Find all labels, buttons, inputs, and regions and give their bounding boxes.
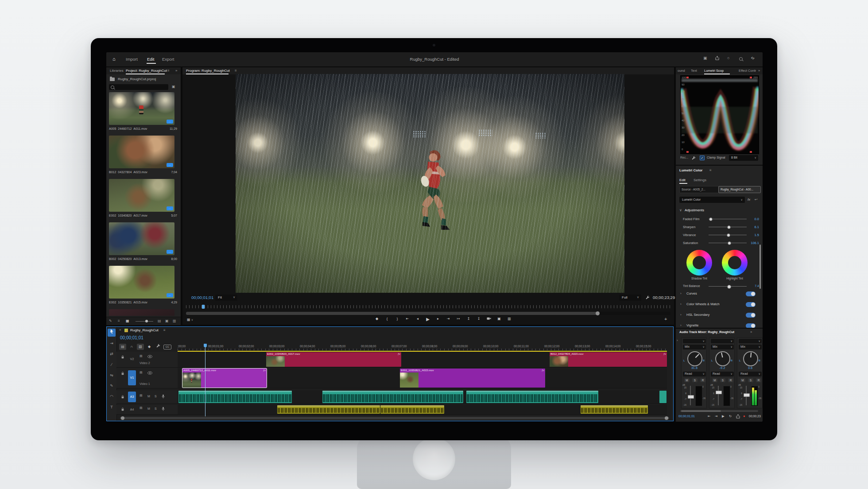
timeline-clip[interactable]: E002_10340820_A017.movƒx	[266, 352, 401, 367]
poster-frame-icon[interactable]: ▦ ∨	[187, 318, 193, 322]
track-target-badge[interactable]: A4	[128, 406, 136, 413]
new-bin-icon[interactable]: ▣	[165, 319, 169, 323]
tab-project[interactable]: Project: Rugby_RoughCut	[126, 69, 167, 73]
program-timecode[interactable]: 00;00;01;01	[191, 295, 213, 300]
add-marker-icon[interactable]: ◆	[373, 317, 381, 321]
tab-ound[interactable]: ound	[678, 69, 685, 73]
track-header-a4[interactable]: A4▤MS	[116, 405, 178, 415]
clip-thumbnail[interactable]: …	[109, 266, 174, 299]
msr-button-m[interactable]: M	[684, 378, 690, 382]
clip-options-badge[interactable]: …	[167, 293, 173, 297]
waveform-scope[interactable]: 1009080706050403020100255	[680, 75, 759, 154]
mix-select[interactable]: Mix∨	[711, 345, 734, 349]
timeline-clip[interactable]: B012_04327804_A023.movƒx	[550, 352, 667, 367]
section-toggle[interactable]	[746, 302, 756, 307]
lock-icon[interactable]	[121, 395, 124, 400]
lumetri-menu-icon[interactable]: ≡	[709, 168, 712, 172]
slider-knob[interactable]	[728, 241, 731, 245]
mic-icon[interactable]	[162, 394, 165, 400]
tint-balance-knob[interactable]	[727, 285, 731, 289]
list-view-icon[interactable]: ≡	[118, 319, 120, 323]
scrollbar-handle-right[interactable]	[665, 416, 668, 420]
scrollbar-handle-left[interactable]	[121, 416, 124, 420]
pan-value[interactable]: -9.2	[709, 366, 735, 370]
msr-button-m[interactable]: M	[712, 378, 717, 382]
timeline-clip[interactable]: E002_10350821_A015.movƒx	[400, 369, 545, 388]
mixer-scrollbar[interactable]	[680, 410, 758, 412]
io-select[interactable]: ∨	[711, 339, 734, 343]
program-scrollbar-thumb[interactable]	[186, 312, 598, 315]
automation-select[interactable]: Read∨	[683, 372, 706, 376]
play-icon[interactable]: ▶	[424, 317, 432, 322]
solo-button[interactable]: S	[155, 407, 157, 410]
scope-handle[interactable]	[750, 77, 752, 78]
track-content-v2[interactable]: E002_10340820_A017.movƒxB012_04327804_A0…	[178, 352, 667, 368]
export-icon[interactable]	[736, 414, 740, 419]
pan-knob[interactable]	[743, 351, 758, 366]
clip-thumbnail[interactable]: …	[109, 92, 174, 125]
mark-in-icon[interactable]: {	[383, 317, 391, 321]
source-patch-icon[interactable]: ▤	[140, 371, 143, 374]
track-content-a4[interactable]	[178, 405, 667, 415]
lock-icon[interactable]	[121, 372, 124, 376]
msr-button-m[interactable]: M	[740, 378, 745, 382]
timeline-tab[interactable]: Rugby_RoughCut	[130, 328, 159, 332]
source-clip-button[interactable]: Source - A005_2...	[679, 186, 719, 193]
timeline-clip[interactable]	[466, 391, 598, 403]
edit-pencil-icon[interactable]: ✎	[109, 319, 112, 323]
mute-button[interactable]: M	[147, 407, 150, 410]
timeline-clip[interactable]	[277, 405, 380, 414]
search-input[interactable]	[115, 85, 168, 90]
io-select[interactable]: ∨	[683, 339, 706, 343]
thumb-zoom-slider[interactable]	[136, 321, 153, 322]
playhead-head[interactable]	[204, 344, 207, 347]
step-back-icon[interactable]: ◂	[414, 317, 422, 321]
track-header-v2[interactable]: V2▤Video 2	[116, 352, 178, 368]
fullscreen-icon[interactable]: ⇄	[750, 55, 756, 61]
slider-value[interactable]: 0.0	[746, 217, 759, 221]
section-hsl-secondary[interactable]: HSL Secondary	[686, 313, 709, 317]
timeline-menu-icon[interactable]: ≡	[163, 328, 166, 332]
section-chevron-icon[interactable]: ›	[680, 313, 682, 317]
scope-handle[interactable]	[686, 77, 689, 78]
lift-icon[interactable]: ↥	[465, 317, 473, 321]
section-chevron-icon[interactable]: ›	[680, 291, 682, 295]
automate-icon[interactable]: ▤	[158, 319, 161, 323]
msr-button-r[interactable]: R	[728, 378, 733, 382]
program-scrollbar-handle[interactable]	[596, 311, 600, 315]
media-browser-icon[interactable]: ▣	[172, 85, 175, 89]
slider-knob[interactable]	[727, 233, 730, 237]
extract-icon[interactable]: ↧	[475, 317, 483, 321]
program-menu-icon[interactable]: ≡	[235, 69, 237, 73]
lumetri-tab-settings[interactable]: Settings	[694, 178, 706, 182]
slider-value[interactable]: 6.1	[746, 225, 759, 229]
msr-button-r[interactable]: R	[756, 378, 761, 382]
lock-icon[interactable]	[121, 408, 124, 412]
tab-lumetri-scopes[interactable]: Lumetri Scopes	[704, 69, 724, 73]
timeline-clip[interactable]	[659, 391, 666, 403]
tab-libraries[interactable]: Libraries	[110, 69, 124, 73]
track-header-v1[interactable]: V1▤Video 1	[116, 368, 178, 388]
track-target-badge[interactable]: A3	[128, 392, 136, 402]
go-to-out-icon[interactable]: ⇥	[444, 317, 452, 321]
mixer-timecode[interactable]: 00;00;01;01	[678, 415, 695, 418]
scope-handle[interactable]	[686, 151, 689, 153]
tool-selection[interactable]	[108, 329, 116, 337]
tab-effect-contr[interactable]: Effect Contr	[739, 69, 756, 73]
search-icon[interactable]	[739, 57, 743, 61]
track-content-v1[interactable]: A005_24460712_A011.movƒxE002_10350821_A0…	[178, 368, 667, 388]
clip-options-badge[interactable]: …	[167, 206, 173, 210]
project-clip[interactable]: …	[106, 309, 181, 316]
clip-thumbnail[interactable]: …	[109, 309, 174, 316]
fader-handle[interactable]	[744, 393, 750, 397]
fader-handle[interactable]	[716, 391, 722, 394]
playback-quality-select[interactable]: Full ∨	[619, 295, 641, 301]
tint-balance-value[interactable]: 7.4	[746, 284, 759, 287]
source-patch-icon[interactable]: ▤	[140, 354, 143, 358]
mixer-scrollbar-thumb[interactable]	[681, 410, 721, 412]
section-color-wheels-match[interactable]: Color Wheels & Match	[686, 302, 720, 306]
settings-icon[interactable]	[155, 344, 162, 350]
section-toggle[interactable]	[746, 291, 756, 296]
track-content-a3[interactable]	[178, 390, 667, 404]
comparison-view-icon[interactable]: ▣	[495, 317, 503, 321]
